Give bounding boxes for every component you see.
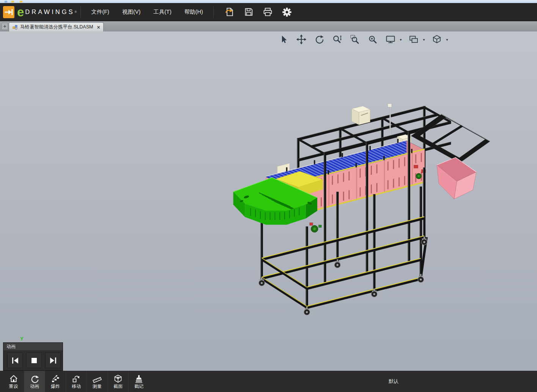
menubar-toolbar (217, 6, 293, 19)
animation-icon (30, 374, 39, 383)
open-file-icon (225, 7, 235, 17)
print-icon (263, 7, 273, 17)
zoom-area-icon (350, 34, 360, 44)
view-orientation-dropdown-caret[interactable]: ▾ (445, 38, 449, 42)
orientation-cube-icon (432, 34, 442, 44)
full-screen-dropdown-caret[interactable]: ▾ (398, 38, 403, 42)
view-toolbar: ▾ ▾ ▾ (276, 33, 449, 46)
zoom-tool-button[interactable] (330, 33, 344, 46)
settings-button[interactable] (280, 6, 293, 19)
logo-e: e (17, 6, 24, 18)
menu-file[interactable]: 文件(F) (85, 3, 116, 21)
measure-button[interactable]: 测量 (87, 371, 107, 392)
cursor-arrow-icon (279, 34, 288, 44)
logo-registered-mark: ® (75, 10, 77, 14)
document-tab[interactable]: 马铃薯智能清选分拣平台.SLDASM × (9, 22, 104, 31)
explode-icon (51, 374, 60, 383)
menu-view[interactable]: 视图(V) (116, 3, 147, 21)
measure-icon (93, 374, 102, 383)
bottom-toolbar: 重设 动画 爆炸 移动 (0, 371, 537, 392)
feed-chute-green (233, 171, 323, 225)
move-icon (72, 374, 81, 383)
stamp-icon (134, 374, 143, 383)
skip-to-end-button[interactable] (45, 353, 61, 368)
logo-name: DRAWINGS (25, 8, 74, 16)
explode-button[interactable]: 爆炸 (45, 371, 66, 392)
viewport-3d[interactable]: ▾ ▾ ▾ Y 动画 (0, 31, 537, 371)
section-icon (113, 374, 123, 383)
select-tool-button[interactable] (276, 33, 291, 46)
home-icon (9, 374, 18, 383)
gear-icon (282, 7, 292, 17)
control-box (352, 106, 370, 125)
view-palette-icon (409, 34, 419, 44)
zoom-fit-button[interactable] (365, 33, 380, 46)
animation-panel: 动画 (3, 342, 63, 371)
menubar-separator (80, 6, 81, 18)
menubar-separator (213, 6, 214, 18)
rotate-tool-button[interactable] (312, 33, 326, 46)
view-palette-button[interactable] (406, 33, 421, 46)
model-3d (0, 31, 537, 371)
menu-help[interactable]: 帮助(H) (178, 3, 209, 21)
skip-to-start-button[interactable] (7, 353, 23, 368)
assembly-icon (12, 24, 18, 30)
stop-button[interactable] (26, 353, 42, 368)
pan-icon (296, 34, 306, 44)
animation-controls (3, 350, 63, 368)
configuration-label[interactable]: 默认 (378, 371, 409, 392)
zoom-fit-icon (368, 34, 378, 44)
menu-tools[interactable]: 工具(T) (147, 3, 178, 21)
new-tab-button[interactable]: + (2, 23, 8, 30)
logo-arrow-icon (3, 6, 14, 18)
save-icon (244, 7, 254, 17)
skip-to-start-icon (11, 356, 20, 365)
os-titlebar-fragment (20, 1, 22, 3)
open-file-button[interactable] (224, 6, 236, 19)
print-button[interactable] (261, 6, 274, 19)
casters (259, 237, 427, 315)
view-orientation-button[interactable] (430, 33, 444, 46)
pan-tool-button[interactable] (294, 33, 309, 46)
zoom-area-button[interactable] (348, 33, 362, 46)
os-titlebar-fragment (5, 1, 7, 3)
tab-label: 马铃薯智能清选分拣平台.SLDASM (20, 24, 93, 30)
discharge-chute-pink (437, 157, 476, 199)
edrawings-logo: e DRAWINGS ® (0, 6, 77, 18)
save-button[interactable] (243, 6, 255, 19)
section-button[interactable]: 截面 (107, 371, 128, 392)
stop-icon (30, 356, 38, 365)
full-screen-button[interactable] (383, 33, 398, 46)
menu-items: 文件(F) 视图(V) 工具(T) 帮助(H) (85, 3, 209, 21)
menu-bar: e DRAWINGS ® 文件(F) 视图(V) 工具(T) 帮助(H) (0, 3, 537, 21)
move-button[interactable]: 移动 (66, 371, 87, 392)
zoom-icon (332, 34, 342, 44)
monitor-icon (386, 34, 395, 44)
animation-panel-title: 动画 (3, 343, 63, 350)
tab-bar: + 马铃薯智能清选分拣平台.SLDASM × (0, 21, 537, 31)
edrawings-app: e DRAWINGS ® 文件(F) 视图(V) 工具(T) 帮助(H) (0, 0, 537, 392)
view-palette-dropdown-caret[interactable]: ▾ (422, 38, 426, 42)
animation-button[interactable]: 动画 (24, 371, 45, 392)
skip-to-end-icon (49, 356, 58, 365)
rotate-icon (314, 34, 324, 44)
os-titlebar-fragment (11, 1, 14, 3)
os-titlebar-clipped (0, 0, 537, 3)
stamp-button[interactable]: 戳记 (128, 371, 149, 392)
axis-y-label: Y (20, 336, 24, 342)
tab-close-icon[interactable]: × (95, 25, 100, 30)
reset-button[interactable]: 重设 (3, 371, 24, 392)
